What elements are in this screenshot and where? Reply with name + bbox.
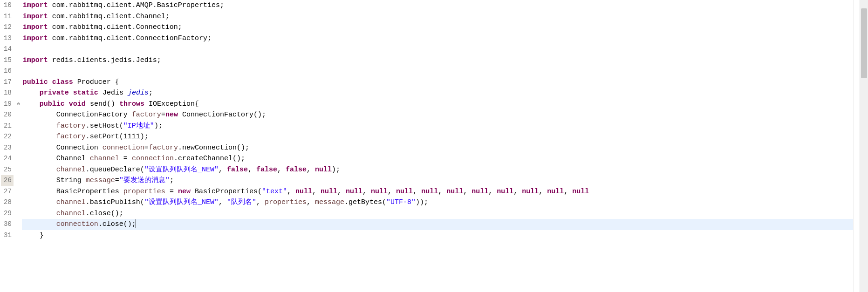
token-ident: connection — [103, 144, 144, 152]
line-number[interactable]: 24 — [1, 153, 14, 164]
line-number[interactable]: 16 — [1, 66, 14, 77]
token-kw: import — [23, 13, 48, 20]
code-line[interactable]: import com.rabbitmq.client.AMQP.BasicPro… — [22, 0, 868, 11]
code-line[interactable] — [22, 66, 868, 77]
code-line[interactable]: } — [22, 230, 868, 241]
code-line[interactable]: channel.queueDeclare("设置队列队列名_NEW", fals… — [22, 164, 868, 176]
code-line[interactable]: connection.close(); — [22, 219, 868, 230]
line-number[interactable]: 25 — [1, 164, 14, 176]
line-number[interactable]: 17 — [1, 77, 14, 88]
token-ident: connection — [56, 220, 98, 228]
token-kw: static — [73, 89, 98, 97]
token-plain: , — [256, 198, 265, 206]
line-number[interactable]: 31 — [1, 230, 14, 241]
code-area[interactable]: import com.rabbitmq.client.AMQP.BasicPro… — [22, 0, 868, 292]
token-plain: com.rabbitmq.client.AMQP.BasicProperties… — [48, 1, 224, 9]
code-line[interactable]: factory.setHost("IP地址"); — [22, 121, 868, 132]
line-number[interactable]: 30 — [1, 219, 14, 230]
line-number[interactable]: 28 — [1, 197, 14, 208]
token-plain: ); — [332, 166, 340, 174]
line-number[interactable]: 19 — [1, 99, 14, 110]
text-caret — [136, 219, 136, 228]
token-kw: null — [295, 188, 312, 196]
fold-toggle — [15, 197, 22, 208]
code-line[interactable]: private static Jedis jedis; — [22, 88, 868, 99]
token-plain: , — [564, 188, 572, 196]
token-plain — [23, 198, 56, 206]
token-plain: ConnectionFactory — [23, 111, 132, 119]
token-plain — [69, 89, 73, 97]
token-plain: com.rabbitmq.client.Connection; — [48, 23, 182, 31]
line-number[interactable]: 10 — [1, 0, 14, 11]
fold-toggle — [15, 143, 22, 154]
token-ident: properties — [265, 198, 307, 206]
line-number[interactable]: 23 — [1, 143, 14, 154]
token-plain: = — [161, 111, 165, 119]
fold-column[interactable]: ⊖ — [15, 0, 22, 292]
token-plain: ; — [149, 89, 153, 97]
code-line[interactable]: BasicProperties properties = new BasicPr… — [22, 186, 868, 197]
fold-toggle — [15, 219, 22, 230]
line-number[interactable]: 22 — [1, 131, 14, 143]
token-plain: com.rabbitmq.client.ConnectionFactory; — [48, 34, 212, 42]
code-line[interactable]: Connection connection=factory.newConnect… — [22, 143, 868, 154]
token-kw: null — [321, 188, 337, 196]
code-line[interactable]: Channel channel = connection.createChann… — [22, 153, 868, 164]
fold-toggle — [15, 55, 22, 66]
token-ident: message — [315, 198, 344, 206]
token-plain — [48, 78, 52, 86]
token-plain: = — [115, 177, 119, 184]
token-plain: , — [438, 188, 446, 196]
code-line[interactable] — [22, 44, 868, 55]
code-editor[interactable]: 1011121314151617181920212223242526272829… — [0, 0, 868, 292]
line-number[interactable]: 21 — [1, 121, 14, 132]
code-line[interactable]: public class Producer { — [22, 77, 868, 88]
token-ital: jedis — [128, 89, 149, 97]
token-str: "队列名" — [227, 198, 256, 206]
token-kw: null — [346, 188, 362, 196]
code-line[interactable]: factory.setPort(1111); — [22, 131, 868, 143]
line-number[interactable]: 20 — [1, 109, 14, 121]
line-number[interactable]: 13 — [1, 33, 14, 44]
token-plain: , — [388, 188, 396, 196]
code-line[interactable]: String message="要发送的消息"; — [22, 175, 868, 186]
code-line[interactable]: import com.rabbitmq.client.Channel; — [22, 11, 868, 22]
scrollbar-thumb[interactable] — [861, 8, 867, 78]
fold-toggle[interactable]: ⊖ — [15, 99, 22, 110]
fold-toggle — [15, 230, 22, 241]
token-kw: new — [178, 188, 191, 196]
token-plain: , — [513, 188, 522, 196]
code-line[interactable]: import com.rabbitmq.client.ConnectionFac… — [22, 33, 868, 44]
token-ident: factory — [149, 144, 178, 152]
token-plain: ConnectionFactory(); — [178, 111, 266, 119]
token-str: "UTF-8" — [386, 198, 416, 206]
token-kw: null — [472, 188, 488, 196]
code-line[interactable]: public void send() throws IOException{ — [22, 99, 868, 110]
line-number[interactable]: 11 — [1, 11, 14, 22]
line-number[interactable]: 12 — [1, 22, 14, 33]
line-number[interactable]: 15 — [1, 55, 14, 66]
token-plain: , — [362, 188, 371, 196]
line-number-gutter[interactable]: 1011121314151617181920212223242526272829… — [1, 0, 15, 292]
fold-toggle — [15, 77, 22, 88]
line-number[interactable]: 29 — [1, 208, 14, 219]
line-number[interactable]: 14 — [1, 44, 14, 55]
code-line[interactable]: import com.rabbitmq.client.Connection; — [22, 22, 868, 33]
line-number[interactable]: 26 — [1, 175, 14, 186]
token-ident: channel — [90, 155, 119, 163]
code-line[interactable]: ConnectionFactory factory=new Connection… — [22, 109, 868, 121]
token-kw: null — [547, 188, 564, 196]
token-kw: void — [69, 100, 86, 108]
fold-toggle — [15, 164, 22, 176]
token-plain: Connection — [23, 144, 103, 152]
code-line[interactable]: channel.basicPublish("设置队列队列名_NEW", "队列名… — [22, 197, 868, 208]
code-line[interactable]: import redis.clients.jedis.Jedis; — [22, 55, 868, 66]
line-number[interactable]: 27 — [1, 186, 14, 197]
token-plain: ; — [170, 177, 174, 184]
token-kw: null — [522, 188, 539, 196]
line-number[interactable]: 18 — [1, 88, 14, 99]
code-line[interactable]: channel.close(); — [22, 208, 868, 219]
fold-toggle — [15, 121, 22, 132]
overview-ruler[interactable] — [853, 0, 860, 292]
vertical-scrollbar[interactable] — [860, 0, 868, 292]
